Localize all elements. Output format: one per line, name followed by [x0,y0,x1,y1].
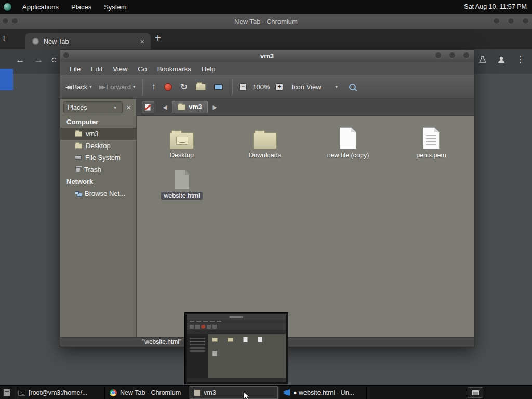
experiments-flask-icon[interactable] [478,55,487,64]
window-menu-icon[interactable] [63,52,70,59]
file-item-new-file-copy[interactable]: new file (copy) [320,126,377,159]
file-manager-titlebar[interactable]: vm3 [60,50,474,62]
menu-help[interactable]: Help [196,65,221,73]
file-list-area[interactable]: Desktop Downloads new file (copy) penis.… [137,116,474,337]
terminal-icon: >_ [18,390,25,396]
minimize-button-icon[interactable] [493,18,500,24]
bottom-taskbar: >_ [root@vm3:/home/... New Tab - Chromiu… [0,385,532,399]
file-item-desktop[interactable]: Desktop [153,126,210,159]
sidebar-item-computer[interactable]: Computer [60,116,136,128]
reload-button-icon[interactable]: ↻ [180,82,188,92]
tab-close-icon[interactable]: × [140,37,144,46]
browser-forward-icon[interactable]: → [34,55,43,65]
preview-location-bar [187,330,286,334]
menu-go[interactable]: Go [132,65,152,73]
computer-button-icon[interactable] [214,84,223,90]
chromium-titlebar[interactable]: New Tab - Chromium [0,14,532,29]
network-icon [75,191,79,194]
new-tab-button[interactable]: + [155,32,161,44]
home-button-icon[interactable] [196,84,206,90]
file-manager-icon [194,389,201,396]
toolbar-separator [142,79,142,94]
menu-file[interactable]: File [64,65,86,73]
taskbar-item-vm3[interactable]: vm3 [189,386,278,399]
edit-location-icon[interactable] [142,101,154,113]
sidebar-item-file-system[interactable]: File System [60,152,136,164]
close-button-icon[interactable] [522,18,529,24]
forward-dropdown-icon[interactable]: ▾ [133,84,136,89]
file-item-downloads[interactable]: Downloads [236,126,294,159]
back-arrows-icon[interactable]: ◀◀ [65,84,70,90]
view-mode-select[interactable]: Icon View [291,83,321,91]
sidebar-item-vm3[interactable]: vm3 [60,128,136,140]
file-manager-launcher[interactable] [0,386,14,399]
drive-icon [75,155,82,160]
sidebar-item-network[interactable]: Network [60,176,136,188]
preview-titlebar [187,315,286,320]
zoom-out-button[interactable]: − [239,83,247,91]
taskbar-item-label: ● website.html - Un... [293,389,354,396]
vscode-icon [283,389,290,396]
sidebar-item-trash[interactable]: Trash [60,164,136,176]
profile-avatar-icon[interactable] [497,56,506,64]
document-icon [340,127,356,149]
forward-button[interactable]: Forward [106,83,131,91]
panel-clock[interactable]: Sat Aug 10, 11:57 PM [464,3,532,10]
path-forward-icon[interactable]: ▶ [213,104,217,111]
location-bar: ◀ vm3 ▶ [137,99,474,116]
file-item-website-html[interactable]: website.html [153,167,210,200]
sidebar-item-label: Computer [66,118,98,126]
file-name: penis.pem [416,152,446,159]
view-mode-dropdown-icon[interactable]: ▾ [336,84,338,89]
stop-button-icon[interactable] [164,83,172,91]
workspace-window-icon [472,390,479,395]
workspace-switcher[interactable] [468,387,483,398]
browser-menu-icon[interactable]: ⋮ [516,54,525,65]
minimize-button-icon[interactable] [435,52,442,59]
places-sidebar: Places ▾ × Computer vm3 Desktop File Sys… [60,99,137,337]
sidebar-item-label: Desktop [86,142,111,150]
path-back-icon[interactable]: ◀ [163,104,167,111]
back-dropdown-icon[interactable]: ▾ [89,84,92,89]
taskbar-item-chromium[interactable]: New Tab - Chromium [105,386,189,399]
file-item-penis-pem[interactable]: penis.pem [403,126,460,159]
sidebar-view-select[interactable]: Places ▾ [63,101,123,113]
taskbar-item-label: New Tab - Chromium [120,389,181,396]
taskbar-item-terminal[interactable]: >_ [root@vm3:/home/... [14,386,105,399]
window-button-icon[interactable] [2,18,9,24]
back-button[interactable]: Back [72,83,87,91]
close-button-icon[interactable] [463,52,470,59]
taskbar-item-label: vm3 [204,389,216,396]
taskbar-item-vscode[interactable]: ● website.html - Un... [278,386,367,399]
zoom-level: 100% [252,83,270,91]
sidebar-close-icon[interactable]: × [123,103,133,112]
omnibox-partial-text[interactable]: C [51,56,56,64]
tab-new-tab[interactable]: New Tab × [25,33,151,49]
mouse-cursor [243,391,250,399]
search-icon[interactable] [349,84,356,90]
sidebar-item-browse-network[interactable]: Browse Net... [60,188,136,200]
browser-back-icon[interactable]: ← [16,55,24,65]
path-button-vm3[interactable]: vm3 [172,101,207,113]
folder-icon [178,104,185,110]
sidebar-item-desktop[interactable]: Desktop [60,140,136,152]
preview-status-bar [187,378,286,382]
window-button-icon[interactable] [11,18,18,24]
distro-menu-icon[interactable] [3,3,12,11]
sidebar-item-label: File System [85,154,121,162]
menu-edit[interactable]: Edit [86,65,108,73]
trash-icon [76,167,81,172]
forward-arrows-icon[interactable]: ▶▶ [99,84,104,90]
toolbar-separator [232,79,232,94]
panel-menu-system[interactable]: System [98,0,132,14]
menu-view[interactable]: View [108,65,132,73]
menu-bookmarks[interactable]: Bookmarks [152,65,196,73]
zoom-in-button[interactable]: + [275,83,283,91]
up-button-icon[interactable]: ↑ [151,82,156,92]
taskbar-preview-thumbnail [184,312,288,384]
maximize-button-icon[interactable] [508,18,514,24]
folder-icon [170,132,194,149]
maximize-button-icon[interactable] [449,52,456,59]
panel-menu-places[interactable]: Places [65,0,98,14]
panel-menu-applications[interactable]: Applications [16,0,65,14]
